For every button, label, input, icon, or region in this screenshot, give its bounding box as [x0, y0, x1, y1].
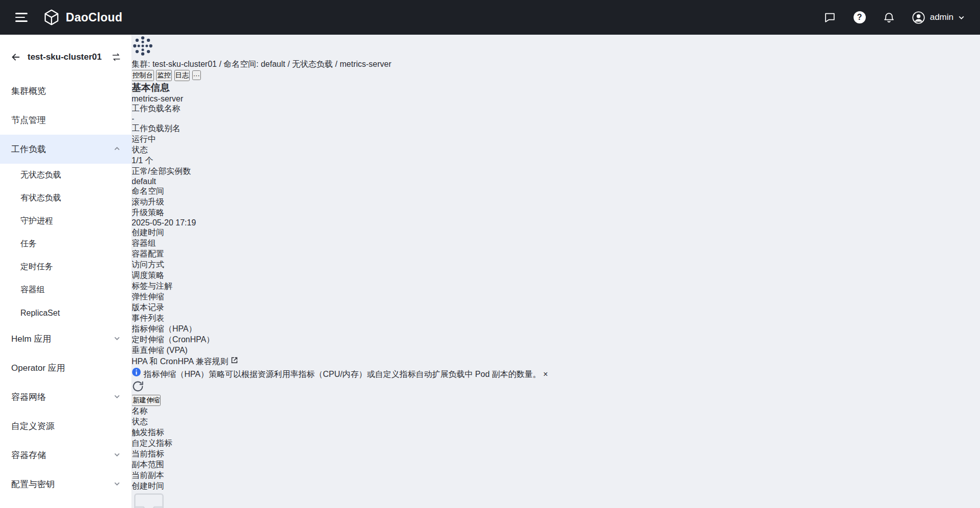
annotation-highlight-box: 新建伸缩 — [132, 395, 548, 406]
breadcrumb-separator: / — [219, 60, 221, 68]
back-arrow-icon[interactable] — [10, 52, 21, 63]
subtab-vpa[interactable]: 垂直伸缩 (VPA) — [132, 345, 548, 356]
external-link-icon — [230, 356, 239, 364]
sidebar-item-cronjobs[interactable]: 定时任务 — [0, 256, 132, 278]
tab-scheduling-policy[interactable]: 调度策略 — [132, 270, 548, 281]
field-created-at: 2025-05-20 17:19 创建时间 — [132, 218, 548, 238]
hpa-toolbar: 新建伸缩 — [132, 380, 548, 406]
chevron-down-icon — [114, 479, 120, 490]
breadcrumb-workload-name: metrics-server — [340, 60, 391, 68]
chevron-down-icon — [114, 334, 120, 344]
brand-name: DaoCloud — [66, 11, 122, 24]
more-actions-button[interactable]: ··· — [192, 70, 201, 80]
sidebar-group-container-network[interactable]: 容器网络 — [0, 383, 132, 412]
alert-text: 指标伸缩（HPA）策略可以根据资源利用率指标（CPU/内存）或自定义指标自动扩展… — [143, 370, 540, 378]
tab-container-config[interactable]: 容器配置 — [132, 249, 548, 260]
tab-labels-annotations[interactable]: 标签与注解 — [132, 281, 548, 292]
hpa-info-alert: 指标伸缩（HPA）策略可以根据资源利用率指标（CPU/内存）或自定义指标自动扩展… — [132, 367, 548, 380]
tab-bar: 容器组 容器配置 访问方式 调度策略 标签与注解 弹性伸缩 版本记录 事件列表 — [132, 238, 548, 324]
notifications-bell-icon[interactable] — [882, 10, 896, 24]
sidebar-cluster-name: test-sku-cluster01 — [28, 52, 105, 62]
logs-button[interactable]: 日志 — [174, 70, 190, 81]
sidebar-item-stateful-workloads[interactable]: 有状态负载 — [0, 187, 132, 210]
cube-logo-icon — [43, 9, 60, 26]
hpa-compatibility-rules-link[interactable]: HPA 和 CronHPA 兼容规则 — [132, 356, 548, 367]
column-header-current-replicas: 当前副本 — [132, 470, 548, 481]
hpa-table-header: 名称 状态 触发指标 自定义指标 当前指标 副本范围 当前副本 创建时间 — [132, 406, 548, 492]
sidebar-nav: 集群概览 节点管理 工作负载 无状态负载 有状态负载 守护进程 任务 定时任务 … — [0, 68, 132, 499]
subtab-bar: 指标伸缩（HPA） 定时伸缩（CronHPA） 垂直伸缩 (VPA) HPA 和… — [132, 324, 548, 367]
column-header-trigger-metric: 触发指标 — [132, 427, 548, 438]
chevron-up-icon — [114, 144, 120, 155]
chevron-down-icon — [114, 450, 120, 461]
column-header-status: 状态 — [132, 417, 548, 427]
sidebar-item-stateless-workloads[interactable]: 无状态负载 — [0, 164, 132, 187]
column-header-replica-range: 副本范围 — [132, 460, 548, 470]
sidebar-item-cluster-overview[interactable]: 集群概览 — [0, 77, 132, 106]
empty-tray-icon — [132, 492, 166, 508]
chat-icon[interactable] — [823, 10, 837, 24]
alert-close-icon[interactable]: × — [543, 370, 548, 378]
sidebar-group-workloads[interactable]: 工作负载 — [0, 135, 132, 164]
sidebar-item-replicaset[interactable]: ReplicaSet — [0, 301, 132, 324]
basic-info-title: 基本信息 — [132, 81, 548, 94]
sidebar-item-pods[interactable]: 容器组 — [0, 278, 132, 301]
monitor-button[interactable]: 监控 — [156, 70, 172, 81]
cluster-dots-icon — [132, 50, 154, 59]
status-text: 运行中 — [132, 135, 156, 143]
topbar: DaoCloud ? admin — [0, 0, 980, 35]
breadcrumb-workload-type[interactable]: 无状态负载 — [292, 60, 333, 68]
column-header-created-at: 创建时间 — [132, 481, 548, 492]
user-menu[interactable]: admin — [912, 11, 965, 24]
sidebar-item-node-management[interactable]: 节点管理 — [0, 106, 132, 135]
breadcrumb: 集群: test-sku-cluster01 / 命名空间: default /… — [132, 59, 548, 70]
create-hpa-button[interactable]: 新建伸缩 — [132, 395, 161, 406]
username: admin — [930, 12, 953, 22]
sidebar-group-helm-apps[interactable]: Helm 应用 — [0, 324, 132, 353]
breadcrumb-cluster-label: 集群: — [132, 60, 150, 68]
field-namespace: default 命名空间 — [132, 177, 548, 197]
sidebar-item-custom-resources[interactable]: 自定义资源 — [0, 412, 132, 441]
info-icon — [132, 367, 141, 377]
breadcrumb-separator: / — [288, 60, 290, 68]
breadcrumb-cluster-value[interactable]: test-sku-cluster01 — [152, 60, 217, 68]
field-upgrade-strategy: 滚动升级 升级策略 — [132, 197, 548, 218]
tab-access-method[interactable]: 访问方式 — [132, 260, 548, 270]
sidebar-group-config-secrets[interactable]: 配置与密钥 — [0, 470, 132, 499]
breadcrumb-namespace-label: 命名空间: — [224, 60, 259, 68]
subtab-hpa[interactable]: 指标伸缩（HPA） — [132, 324, 548, 335]
basic-info-card: metrics-server 工作负载名称 - 工作负载别名 运行中 状态 1/… — [132, 94, 548, 238]
avatar-icon — [912, 11, 925, 24]
detail-tabs-card: 容器组 容器配置 访问方式 调度策略 标签与注解 弹性伸缩 版本记录 事件列表 … — [132, 238, 548, 508]
field-workload-name: metrics-server 工作负载名称 — [132, 94, 548, 114]
subtab-cronhpa[interactable]: 定时伸缩（CronHPA） — [132, 335, 548, 345]
tab-elastic-scaling[interactable]: 弹性伸缩 — [132, 292, 548, 302]
column-header-current-metric: 当前指标 — [132, 449, 548, 460]
sidebar-item-daemonsets[interactable]: 守护进程 — [0, 210, 132, 233]
sidebar-item-operator-apps[interactable]: Operator 应用 — [0, 353, 132, 383]
breadcrumb-namespace-value[interactable]: default — [261, 60, 285, 68]
chevron-down-icon — [114, 392, 120, 402]
tab-pods[interactable]: 容器组 — [132, 238, 548, 249]
refresh-icon[interactable] — [132, 386, 144, 394]
empty-state: 暂无数据 — [132, 492, 548, 508]
main-content: 集群: test-sku-cluster01 / 命名空间: default /… — [132, 35, 548, 508]
console-button[interactable]: 控制台 — [132, 70, 154, 81]
sidebar-group-container-storage[interactable]: 容器存储 — [0, 441, 132, 470]
breadcrumb-separator: / — [335, 60, 337, 68]
field-status: 运行中 状态 — [132, 134, 548, 156]
menu-toggle-icon[interactable] — [15, 13, 28, 22]
field-workload-alias: - 工作负载别名 — [132, 114, 548, 134]
column-header-custom-metric: 自定义指标 — [132, 438, 548, 449]
field-instances: 1/1 个 正常/全部实例数 — [132, 156, 548, 177]
chevron-down-icon — [958, 14, 965, 21]
switch-cluster-icon[interactable] — [111, 52, 121, 62]
column-header-name: 名称 — [132, 406, 548, 417]
sidebar: test-sku-cluster01 集群概览 节点管理 工作负载 无状态负载 … — [0, 35, 132, 508]
help-icon[interactable]: ? — [853, 10, 867, 24]
tab-event-list[interactable]: 事件列表 — [132, 313, 548, 324]
daocloud-logo: DaoCloud — [43, 9, 122, 26]
sidebar-item-jobs[interactable]: 任务 — [0, 233, 132, 256]
tab-version-history[interactable]: 版本记录 — [132, 302, 548, 313]
